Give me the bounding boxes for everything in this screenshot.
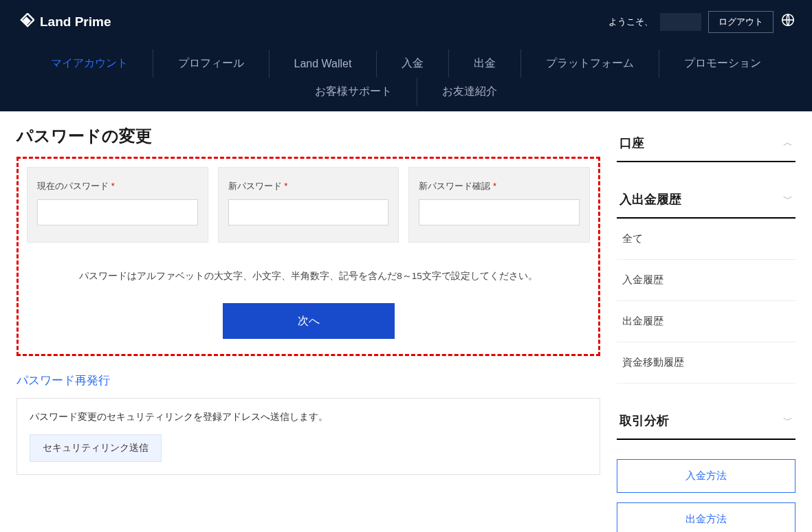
current-password-box: 現在のパスワード * [27,167,208,243]
sidebar-item-all[interactable]: 全て [617,219,795,260]
send-security-link-button[interactable]: セキュリティリンク送信 [30,434,162,462]
nav-platform[interactable]: プラットフォーム [521,49,659,78]
chevron-down-icon: ﹀ [783,414,793,427]
next-button[interactable]: 次へ [223,303,395,339]
header-bar: Land Prime ようこそ、 ログアウト [0,0,812,44]
deposit-method-button[interactable]: 入金方法 [617,459,795,493]
sidebar-section-history[interactable]: 入出金履歴 ﹀ [617,181,795,219]
sidebar-item-deposit-history[interactable]: 入金履歴 [617,260,795,301]
confirm-password-box: 新パスワード確認 * [408,167,590,243]
sidebar-item-withdraw-history[interactable]: 出金履歴 [617,301,795,342]
reissue-box: パスワード変更のセキュリティリンクを登録アドレスへ送信します。 セキュリティリン… [17,398,600,475]
confirm-password-label: 新パスワード確認 * [419,180,580,192]
new-password-box: 新パスワード * [218,167,399,243]
nav-my-account[interactable]: マイアカウント [26,49,153,78]
sidebar: 口座 ︿ 入出金履歴 ﹀ 全て 入金履歴 出金履歴 資金移動履歴 取引分析 ﹀ … [617,125,795,532]
nav-land-wallet[interactable]: Land Wallet [270,51,377,77]
current-password-input[interactable] [37,199,198,225]
reissue-description: パスワード変更のセキュリティリンクを登録アドレスへ送信します。 [30,411,587,423]
logout-button[interactable]: ログアウト [708,11,773,33]
main-content: パスワードの変更 現在のパスワード * 新パスワード * [17,125,600,532]
nav-deposit[interactable]: 入金 [377,49,449,78]
brand-name: Land Prime [40,14,111,30]
chevron-up-icon: ︿ [783,137,793,149]
page-title: パスワードの変更 [17,125,600,147]
password-hint: パスワードはアルファベットの大文字、小文字、半角数字、記号を含んだ8～15文字で… [27,270,590,282]
nav-referral[interactable]: お友達紹介 [417,78,522,106]
reissue-title[interactable]: パスワード再発行 [17,373,600,388]
current-password-label: 現在のパスワード * [37,180,198,192]
chevron-down-icon: ﹀ [783,193,793,206]
sidebar-section-analysis[interactable]: 取引分析 ﹀ [617,403,795,440]
withdraw-method-button[interactable]: 出金方法 [617,502,795,532]
nav-withdraw[interactable]: 出金 [449,49,521,78]
confirm-password-input[interactable] [419,199,580,225]
language-icon[interactable] [780,12,795,32]
password-form-highlight: 現在のパスワード * 新パスワード * 新パスワード確認 * [17,157,600,356]
nav-promotion[interactable]: プロモーション [659,49,786,78]
sidebar-item-transfer-history[interactable]: 資金移動履歴 [617,342,795,384]
sidebar-section-account[interactable]: 口座 ︿ [617,125,795,162]
new-password-label: 新パスワード * [228,180,389,192]
main-nav: マイアカウント プロフィール Land Wallet 入金 出金 プラットフォー… [0,44,812,111]
brand-logo[interactable]: Land Prime [17,13,111,31]
nav-profile[interactable]: プロフィール [153,49,270,78]
user-name-slot [660,13,701,31]
welcome-label: ようこそ、 [608,16,653,28]
nav-support[interactable]: お客様サポート [290,78,417,106]
logo-icon [17,13,34,31]
new-password-input[interactable] [228,199,389,225]
